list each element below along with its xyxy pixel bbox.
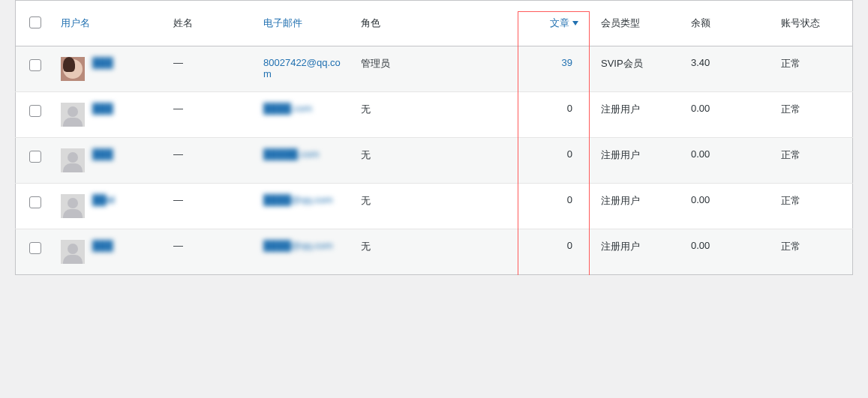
table-row: ███—████.com无0注册用户0.00正常	[16, 92, 853, 138]
col-header-role: 角色	[361, 17, 380, 28]
avatar	[61, 103, 85, 127]
balance-cell: 0.00	[691, 240, 710, 251]
name-cell: —	[173, 103, 183, 114]
avatar	[61, 57, 85, 81]
name-cell: —	[173, 148, 183, 160]
member-type-cell: 注册用户	[601, 149, 640, 160]
col-header-posts-label: 文章	[550, 16, 569, 30]
users-table: 用户名 姓名 电子邮件 角色 文章 会员类型 余额 账号状态 ███—80027…	[15, 0, 853, 275]
email-link[interactable]: ████.com	[263, 103, 312, 114]
avatar	[61, 194, 85, 218]
posts-count: 0	[567, 148, 572, 160]
col-header-name: 姓名	[173, 17, 193, 28]
member-type-cell: 注册用户	[601, 103, 640, 115]
row-checkbox[interactable]	[29, 151, 41, 163]
avatar	[61, 148, 85, 172]
username-link[interactable]: ██id	[92, 194, 115, 218]
email-link[interactable]: █████.com	[263, 148, 319, 160]
col-header-balance: 余额	[691, 17, 710, 28]
avatar	[61, 240, 85, 264]
posts-count-link[interactable]: 39	[562, 57, 572, 68]
username-link[interactable]: ███	[92, 103, 113, 127]
col-header-username[interactable]: 用户名	[61, 17, 90, 28]
col-header-posts[interactable]: 文章	[550, 16, 578, 30]
member-type-cell: 注册用户	[601, 195, 640, 206]
member-type-cell: 注册用户	[601, 241, 640, 252]
balance-cell: 0.00	[691, 148, 710, 160]
role-cell: 无	[361, 195, 371, 206]
status-cell: 正常	[781, 58, 800, 69]
role-cell: 管理员	[361, 58, 390, 69]
posts-count: 0	[567, 103, 572, 114]
col-header-email[interactable]: 电子邮件	[263, 17, 302, 28]
table-row: ███—80027422@qq.com管理员39SVIP会员3.40正常	[16, 46, 853, 92]
select-all-checkbox[interactable]	[29, 16, 41, 28]
table-row: ███—█████.com无0注册用户0.00正常	[16, 138, 853, 184]
name-cell: —	[173, 240, 183, 251]
balance-cell: 0.00	[691, 194, 710, 205]
posts-count: 0	[567, 240, 572, 251]
name-cell: —	[173, 57, 183, 68]
email-link[interactable]: ████@qq.com	[263, 240, 333, 251]
balance-cell: 3.40	[691, 57, 710, 68]
status-cell: 正常	[781, 195, 800, 206]
col-header-status: 账号状态	[781, 17, 820, 28]
email-link[interactable]: 80027422@qq.com	[263, 57, 341, 79]
table-row: ███—████@qq.com无0注册用户0.00正常	[16, 229, 853, 275]
username-link[interactable]: ███	[92, 240, 113, 264]
status-cell: 正常	[781, 103, 800, 115]
posts-count: 0	[567, 194, 572, 205]
col-header-member-type: 会员类型	[601, 17, 640, 28]
balance-cell: 0.00	[691, 103, 710, 114]
sort-desc-icon	[572, 21, 578, 25]
row-checkbox[interactable]	[29, 242, 41, 254]
role-cell: 无	[361, 241, 371, 252]
username-link[interactable]: ███	[92, 148, 113, 172]
email-link[interactable]: ████@qq.com	[263, 194, 333, 205]
member-type-cell: SVIP会员	[601, 58, 643, 69]
table-row: ██id—████@qq.com无0注册用户0.00正常	[16, 184, 853, 229]
username-link[interactable]: ███	[92, 57, 113, 81]
role-cell: 无	[361, 149, 371, 160]
status-cell: 正常	[781, 149, 800, 160]
row-checkbox[interactable]	[29, 196, 41, 208]
role-cell: 无	[361, 103, 371, 115]
row-checkbox[interactable]	[29, 105, 41, 117]
status-cell: 正常	[781, 241, 800, 252]
row-checkbox[interactable]	[29, 59, 41, 71]
name-cell: —	[173, 194, 183, 205]
